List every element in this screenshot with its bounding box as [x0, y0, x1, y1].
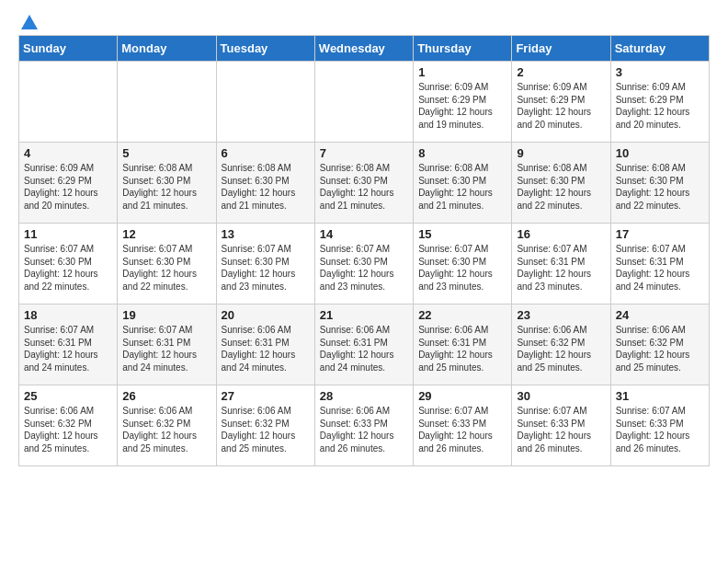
col-header-thursday: Thursday	[414, 36, 512, 62]
day-info: Sunrise: 6:06 AM Sunset: 6:32 PM Dayligh…	[222, 405, 310, 454]
calendar-cell: 27Sunrise: 6:06 AM Sunset: 6:32 PM Dayli…	[216, 385, 314, 466]
calendar-cell: 3Sunrise: 6:09 AM Sunset: 6:29 PM Daylig…	[610, 62, 709, 143]
day-number: 19	[122, 308, 210, 322]
day-info: Sunrise: 6:07 AM Sunset: 6:30 PM Dayligh…	[222, 243, 310, 293]
day-number: 7	[320, 146, 408, 160]
calendar-cell: 11Sunrise: 6:07 AM Sunset: 6:30 PM Dayli…	[19, 224, 118, 304]
day-number: 1	[418, 65, 506, 79]
day-number: 29	[418, 389, 506, 403]
day-info: Sunrise: 6:06 AM Sunset: 6:31 PM Dayligh…	[222, 324, 310, 373]
calendar-cell: 10Sunrise: 6:08 AM Sunset: 6:30 PM Dayli…	[610, 143, 709, 224]
day-number: 2	[517, 65, 605, 79]
calendar-cell	[19, 62, 118, 143]
day-number: 14	[320, 227, 408, 241]
calendar-cell: 31Sunrise: 6:07 AM Sunset: 6:33 PM Dayli…	[610, 385, 709, 466]
calendar-week-row: 25Sunrise: 6:06 AM Sunset: 6:32 PM Dayli…	[19, 385, 710, 466]
day-info: Sunrise: 6:06 AM Sunset: 6:33 PM Dayligh…	[320, 405, 408, 454]
calendar-cell: 19Sunrise: 6:07 AM Sunset: 6:31 PM Dayli…	[118, 304, 216, 385]
day-number: 31	[616, 389, 704, 403]
day-number: 20	[222, 308, 310, 322]
calendar-header-row: SundayMondayTuesdayWednesdayThursdayFrid…	[19, 36, 710, 62]
calendar-cell: 25Sunrise: 6:06 AM Sunset: 6:32 PM Dayli…	[19, 385, 118, 466]
day-number: 6	[222, 146, 310, 160]
calendar-cell: 26Sunrise: 6:06 AM Sunset: 6:32 PM Dayli…	[118, 385, 216, 466]
day-number: 16	[517, 227, 605, 241]
day-number: 26	[122, 389, 210, 403]
col-header-saturday: Saturday	[610, 36, 709, 62]
calendar-cell: 12Sunrise: 6:07 AM Sunset: 6:30 PM Dayli…	[118, 224, 216, 304]
day-info: Sunrise: 6:06 AM Sunset: 6:32 PM Dayligh…	[24, 405, 112, 454]
day-number: 25	[24, 389, 112, 403]
calendar-cell: 22Sunrise: 6:06 AM Sunset: 6:31 PM Dayli…	[414, 304, 512, 385]
calendar-cell: 18Sunrise: 6:07 AM Sunset: 6:31 PM Dayli…	[19, 304, 118, 385]
day-info: Sunrise: 6:08 AM Sunset: 6:30 PM Dayligh…	[222, 162, 310, 212]
day-number: 17	[616, 227, 704, 241]
day-info: Sunrise: 6:09 AM Sunset: 6:29 PM Dayligh…	[517, 81, 605, 131]
day-number: 21	[320, 308, 408, 322]
day-info: Sunrise: 6:08 AM Sunset: 6:30 PM Dayligh…	[616, 162, 704, 212]
day-info: Sunrise: 6:09 AM Sunset: 6:29 PM Dayligh…	[616, 81, 704, 131]
calendar-week-row: 1Sunrise: 6:09 AM Sunset: 6:29 PM Daylig…	[19, 62, 710, 143]
calendar-cell: 30Sunrise: 6:07 AM Sunset: 6:33 PM Dayli…	[512, 385, 610, 466]
day-number: 23	[517, 308, 605, 322]
header	[18, 15, 710, 31]
day-info: Sunrise: 6:07 AM Sunset: 6:30 PM Dayligh…	[122, 243, 210, 293]
day-number: 12	[122, 227, 210, 241]
calendar-cell: 2Sunrise: 6:09 AM Sunset: 6:29 PM Daylig…	[512, 62, 610, 143]
day-number: 13	[222, 227, 310, 241]
day-info: Sunrise: 6:07 AM Sunset: 6:33 PM Dayligh…	[418, 405, 506, 454]
day-info: Sunrise: 6:07 AM Sunset: 6:33 PM Dayligh…	[517, 405, 605, 454]
day-info: Sunrise: 6:06 AM Sunset: 6:32 PM Dayligh…	[122, 405, 210, 454]
day-number: 3	[616, 65, 704, 79]
day-number: 10	[616, 146, 704, 160]
day-number: 15	[418, 227, 506, 241]
day-info: Sunrise: 6:06 AM Sunset: 6:31 PM Dayligh…	[320, 324, 408, 373]
col-header-friday: Friday	[512, 36, 610, 62]
day-info: Sunrise: 6:07 AM Sunset: 6:31 PM Dayligh…	[24, 324, 112, 373]
calendar-cell: 28Sunrise: 6:06 AM Sunset: 6:33 PM Dayli…	[314, 385, 413, 466]
calendar-cell: 17Sunrise: 6:07 AM Sunset: 6:31 PM Dayli…	[610, 224, 709, 304]
calendar-cell: 20Sunrise: 6:06 AM Sunset: 6:31 PM Dayli…	[216, 304, 314, 385]
day-info: Sunrise: 6:09 AM Sunset: 6:29 PM Dayligh…	[24, 162, 112, 212]
calendar-cell: 1Sunrise: 6:09 AM Sunset: 6:29 PM Daylig…	[414, 62, 512, 143]
calendar-week-row: 4Sunrise: 6:09 AM Sunset: 6:29 PM Daylig…	[19, 143, 710, 224]
calendar-cell: 4Sunrise: 6:09 AM Sunset: 6:29 PM Daylig…	[19, 143, 118, 224]
calendar-cell: 14Sunrise: 6:07 AM Sunset: 6:30 PM Dayli…	[314, 224, 413, 304]
col-header-monday: Monday	[118, 36, 216, 62]
day-info: Sunrise: 6:07 AM Sunset: 6:30 PM Dayligh…	[320, 243, 408, 293]
day-info: Sunrise: 6:06 AM Sunset: 6:32 PM Dayligh…	[517, 324, 605, 373]
calendar-cell: 8Sunrise: 6:08 AM Sunset: 6:30 PM Daylig…	[414, 143, 512, 224]
day-number: 11	[24, 227, 112, 241]
calendar-cell: 29Sunrise: 6:07 AM Sunset: 6:33 PM Dayli…	[414, 385, 512, 466]
calendar-cell: 6Sunrise: 6:08 AM Sunset: 6:30 PM Daylig…	[216, 143, 314, 224]
calendar-cell: 16Sunrise: 6:07 AM Sunset: 6:31 PM Dayli…	[512, 224, 610, 304]
calendar-cell	[216, 62, 314, 143]
calendar-cell: 15Sunrise: 6:07 AM Sunset: 6:30 PM Dayli…	[414, 224, 512, 304]
calendar-cell: 21Sunrise: 6:06 AM Sunset: 6:31 PM Dayli…	[314, 304, 413, 385]
calendar-cell: 7Sunrise: 6:08 AM Sunset: 6:30 PM Daylig…	[314, 143, 413, 224]
calendar-cell: 23Sunrise: 6:06 AM Sunset: 6:32 PM Dayli…	[512, 304, 610, 385]
day-info: Sunrise: 6:08 AM Sunset: 6:30 PM Dayligh…	[122, 162, 210, 212]
calendar-cell: 13Sunrise: 6:07 AM Sunset: 6:30 PM Dayli…	[216, 224, 314, 304]
day-info: Sunrise: 6:08 AM Sunset: 6:30 PM Dayligh…	[320, 162, 408, 212]
day-info: Sunrise: 6:06 AM Sunset: 6:32 PM Dayligh…	[616, 324, 704, 373]
calendar-cell: 9Sunrise: 6:08 AM Sunset: 6:30 PM Daylig…	[512, 143, 610, 224]
day-number: 22	[418, 308, 506, 322]
day-info: Sunrise: 6:08 AM Sunset: 6:30 PM Dayligh…	[418, 162, 506, 212]
day-info: Sunrise: 6:07 AM Sunset: 6:31 PM Dayligh…	[517, 243, 605, 293]
day-number: 30	[517, 389, 605, 403]
col-header-wednesday: Wednesday	[314, 36, 413, 62]
day-number: 4	[24, 146, 112, 160]
logo-triangle-icon	[21, 15, 38, 29]
col-header-sunday: Sunday	[19, 36, 118, 62]
logo	[18, 15, 38, 31]
calendar-table: SundayMondayTuesdayWednesdayThursdayFrid…	[18, 35, 710, 466]
day-info: Sunrise: 6:07 AM Sunset: 6:30 PM Dayligh…	[418, 243, 506, 293]
calendar-week-row: 11Sunrise: 6:07 AM Sunset: 6:30 PM Dayli…	[19, 224, 710, 304]
day-info: Sunrise: 6:07 AM Sunset: 6:31 PM Dayligh…	[122, 324, 210, 373]
day-info: Sunrise: 6:06 AM Sunset: 6:31 PM Dayligh…	[418, 324, 506, 373]
day-number: 18	[24, 308, 112, 322]
day-number: 24	[616, 308, 704, 322]
page: SundayMondayTuesdayWednesdayThursdayFrid…	[0, 0, 728, 481]
logo-text	[18, 15, 38, 31]
